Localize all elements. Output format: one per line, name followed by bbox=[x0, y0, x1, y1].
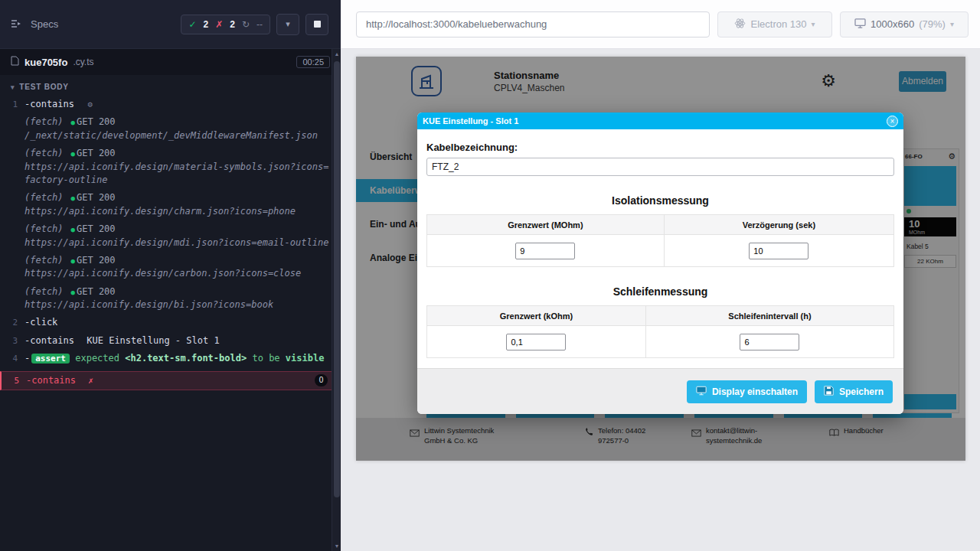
scrollbar-thumb[interactable] bbox=[334, 61, 340, 497]
column-header: Grenzwert (MOhm) bbox=[427, 215, 665, 235]
spec-timer: 00:25 bbox=[296, 56, 330, 68]
schleifenmessung-title: Schleifenmessung bbox=[426, 285, 894, 298]
fetch-row[interactable]: (fetch)●GET 200 /_next/static/developmen… bbox=[0, 113, 341, 145]
column-header: Grenzwert (kOhm) bbox=[427, 306, 646, 326]
monitor-icon bbox=[854, 18, 866, 31]
spec-file-icon bbox=[11, 55, 19, 69]
caret-down-icon: ▾ bbox=[11, 83, 15, 91]
gear-icon[interactable]: ⚙ bbox=[87, 99, 93, 109]
status-dot-icon: ● bbox=[71, 257, 75, 265]
fetch-label: (fetch) bbox=[24, 255, 64, 266]
reporter-scrollbar[interactable]: ▲ ▼ bbox=[332, 49, 341, 551]
speichern-button[interactable]: Speichern bbox=[815, 380, 893, 403]
close-icon[interactable]: × bbox=[887, 116, 898, 127]
spec-file-row[interactable]: kue705fo .cy.ts 00:25 bbox=[0, 49, 341, 75]
grenzwert-kohm-input[interactable] bbox=[506, 334, 566, 350]
fetch-row[interactable]: (fetch)●GET 200 https://api.iconify.desi… bbox=[0, 252, 341, 283]
save-button-label: Speichern bbox=[839, 386, 884, 397]
fetch-row[interactable]: (fetch)●GET 200 https://api.iconify.desi… bbox=[0, 283, 341, 315]
command-row-contains-1[interactable]: 1 -contains ⚙ bbox=[0, 96, 341, 113]
passed-count: 2 bbox=[204, 19, 209, 30]
test-body-section[interactable]: ▾ TEST BODY bbox=[0, 75, 341, 96]
fetch-row[interactable]: (fetch)●GET 200 https://api.iconify.desi… bbox=[0, 220, 341, 252]
spec-extension: .cy.ts bbox=[73, 57, 93, 67]
url-input[interactable] bbox=[356, 11, 710, 37]
fetch-url: https://api.iconify.design/material-symb… bbox=[24, 161, 333, 187]
attempts-badge: 0 bbox=[315, 374, 328, 386]
test-stats[interactable]: ✓ 2 ✗ 2 ↻ -- bbox=[181, 15, 270, 34]
isolationsmessung-title: Isolationsmessung bbox=[426, 194, 894, 207]
modal-title: KUE Einstellung - Slot 1 bbox=[423, 116, 518, 126]
kabelbezeichnung-input[interactable] bbox=[426, 158, 894, 176]
aut-panel: Electron 130 ▾ 1000x660 (79%) ▾ Stations… bbox=[341, 0, 980, 551]
assert-to: to bbox=[252, 353, 263, 364]
schleifenmessung-table: Grenzwert (kOhm) Schleifenintervall (h) bbox=[426, 305, 894, 358]
fetch-status: GET 200 bbox=[77, 223, 116, 234]
failed-x-icon: ✗ bbox=[215, 19, 223, 30]
display-einschalten-button[interactable]: Display einschalten bbox=[687, 380, 807, 403]
fetch-status: GET 200 bbox=[77, 255, 116, 266]
electron-icon bbox=[734, 18, 746, 31]
grenzwert-mohm-input[interactable] bbox=[515, 243, 575, 259]
specs-menu-icon[interactable] bbox=[11, 18, 21, 31]
fetch-row[interactable]: (fetch)●GET 200 https://api.iconify.desi… bbox=[0, 189, 341, 220]
aut-topbar: Electron 130 ▾ 1000x660 (79%) ▾ bbox=[341, 0, 980, 49]
assert-badge: assert bbox=[31, 354, 70, 364]
fetch-row[interactable]: (fetch)●GET 200 https://api.iconify.desi… bbox=[0, 145, 341, 189]
modal-body: Kabelbezeichnung: Isolationsmessung Gren… bbox=[417, 129, 903, 368]
fetch-url: /_next/static/development/_devMiddleware… bbox=[24, 129, 333, 142]
command-name: -contains bbox=[24, 99, 74, 109]
verzoegerung-sek-input[interactable] bbox=[749, 243, 808, 259]
chevron-down-icon: ▾ bbox=[811, 20, 815, 28]
specs-label[interactable]: Specs bbox=[31, 18, 58, 30]
failed-count: 2 bbox=[230, 19, 235, 30]
status-dot-icon: ● bbox=[71, 289, 75, 296]
browser-select[interactable]: Electron 130 ▾ bbox=[717, 11, 832, 37]
assert-element: <h2.text-sm.font-bold> bbox=[125, 353, 247, 364]
fetch-label: (fetch) bbox=[24, 192, 64, 203]
assert-expected: expected bbox=[75, 353, 119, 364]
command-number: 1 bbox=[0, 98, 24, 111]
command-number: 2 bbox=[0, 316, 24, 329]
command-row-contains-failed[interactable]: 5 -contains ✗ 0 bbox=[0, 371, 341, 390]
stop-button[interactable] bbox=[305, 14, 328, 35]
command-row-contains-3[interactable]: 3 -contains KUE Einstellung - Slot 1 bbox=[0, 332, 341, 350]
fetch-url: https://api.iconify.design/carbon.json?i… bbox=[24, 267, 333, 280]
schleifenintervall-input[interactable] bbox=[740, 334, 799, 350]
cypress-reporter: Specs ✓ 2 ✗ 2 ↻ -- ▾ kue705fo .cy.ts 00:… bbox=[0, 0, 341, 551]
test-body-label: TEST BODY bbox=[19, 83, 68, 91]
kue-settings-modal: KUE Einstellung - Slot 1 × Kabelbezeichn… bbox=[417, 112, 903, 414]
isolationsmessung-table: Grenzwert (MOhm) Verzögerung (sek) bbox=[426, 214, 894, 267]
command-number: 4 bbox=[0, 352, 24, 365]
display-button-label: Display einschalten bbox=[712, 386, 798, 397]
command-name: -contains bbox=[26, 375, 76, 386]
viewport-zoom: (79%) bbox=[919, 18, 946, 30]
column-header: Schleifenintervall (h) bbox=[645, 306, 893, 326]
stop-icon bbox=[314, 21, 321, 28]
kabel-app: Stationsname CPLV4_Maschen ⚙ Abmelden Üb… bbox=[356, 57, 965, 461]
viewport-select[interactable]: 1000x660 (79%) ▾ bbox=[840, 11, 969, 37]
command-number: 3 bbox=[0, 334, 24, 347]
status-dot-icon: ● bbox=[71, 119, 75, 126]
command-row-assert[interactable]: 4 -assert expected <h2.text-sm.font-bold… bbox=[0, 350, 341, 367]
fetch-status: GET 200 bbox=[77, 116, 116, 127]
spec-name: kue705fo bbox=[24, 57, 67, 68]
modal-footer: Display einschalten Speichern bbox=[417, 368, 903, 414]
command-row-click[interactable]: 2 -click bbox=[0, 314, 341, 331]
status-dot-icon: ● bbox=[71, 150, 75, 158]
collapse-button[interactable]: ▾ bbox=[276, 14, 299, 35]
fetch-url: https://api.iconify.design/charm.json?ic… bbox=[24, 205, 333, 218]
fail-x-icon: ✗ bbox=[88, 376, 93, 386]
fetch-label: (fetch) bbox=[24, 223, 64, 234]
kabelbezeichnung-label: Kabelbezeichnung: bbox=[426, 142, 894, 153]
fetch-label: (fetch) bbox=[24, 286, 64, 297]
command-name: -click bbox=[24, 317, 57, 328]
passed-check-icon: ✓ bbox=[188, 19, 196, 30]
viewport-size: 1000x660 bbox=[871, 18, 914, 30]
chevron-down-icon: ▾ bbox=[286, 19, 290, 29]
command-message: KUE Einstellung - Slot 1 bbox=[87, 335, 219, 346]
save-icon bbox=[824, 386, 834, 398]
column-header: Verzögerung (sek) bbox=[664, 215, 893, 235]
pending-count: -- bbox=[256, 19, 263, 30]
fetch-status: GET 200 bbox=[77, 148, 116, 158]
